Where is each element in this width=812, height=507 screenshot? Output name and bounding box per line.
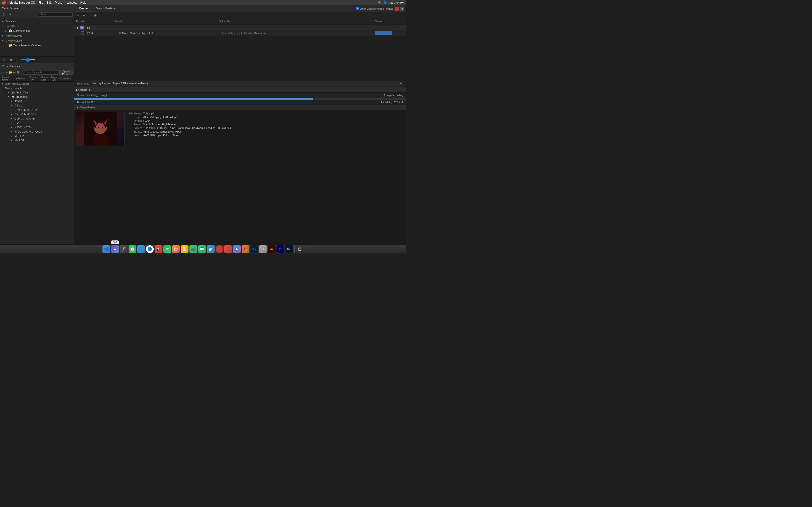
col-frame-size[interactable]: Frame Size: [30, 76, 41, 81]
tree-local-drives[interactable]: ▼ Local Drives: [0, 24, 74, 29]
dock-facetime[interactable]: 📹: [190, 245, 197, 253]
move-up-queue-button[interactable]: ↑: [87, 13, 92, 18]
apply-preset-button[interactable]: Apply Preset: [59, 70, 72, 75]
dock-music[interactable]: 🎵: [224, 245, 232, 253]
preset-gopro[interactable]: ▶ GoPro CineForm: [0, 116, 74, 121]
user-presets-section[interactable]: ▶ User Presets & Groups: [0, 81, 74, 86]
dock-cancel[interactable]: 🚫: [215, 245, 223, 253]
spotlight-icon[interactable]: 🔍: [378, 1, 382, 4]
dock-system-prefs[interactable]: ⚙: [259, 245, 267, 253]
preset-dnxhr[interactable]: ▶ DNxHR MXF OP1a: [0, 112, 74, 116]
dock-launchpad[interactable]: 🚀: [120, 245, 128, 253]
queue-group-header[interactable]: ▼ Pr Title: [74, 25, 406, 31]
as10-label: AS-10: [14, 100, 22, 103]
refresh-button[interactable]: ↻: [7, 12, 12, 17]
filter-button[interactable]: ⬡: [1, 12, 6, 17]
preset-browser-menu-icon[interactable]: ≡: [21, 65, 23, 68]
dnxhd-label: DNxHD MXF OP1a: [14, 108, 38, 111]
media-search-input[interactable]: [39, 12, 72, 17]
dock-chrome[interactable]: 🔵: [146, 245, 154, 253]
dock-iphoto[interactable]: 📷: [155, 245, 162, 253]
preset-mpeg2[interactable]: ▶ MPEG2: [0, 134, 74, 138]
preset-broadcast[interactable]: ▼ 📡 Broadcast: [0, 95, 74, 99]
queue-item[interactable]: H.264 Match Source - High bitrate /Users…: [74, 31, 406, 36]
pause-encode-button[interactable]: ⏸: [400, 7, 404, 11]
tree-team-projects[interactable]: 📁 Team Projects Versions: [0, 43, 74, 48]
dock-photos[interactable]: 🌸: [172, 245, 180, 253]
encoding-menu-icon[interactable]: ≡: [89, 89, 90, 91]
tree-creative-cloud[interactable]: ▶ Creative Cloud: [0, 38, 74, 43]
stop-encode-button[interactable]: [395, 7, 399, 11]
apple-menu[interactable]: 🍎: [2, 1, 6, 5]
system-presets-section[interactable]: ▼ System Presets: [0, 86, 74, 90]
media-browser-menu-icon[interactable]: ≡: [21, 7, 22, 10]
menu-help[interactable]: Help: [80, 1, 86, 4]
col-comment[interactable]: Comment: [60, 77, 72, 80]
item-checkbox[interactable]: [81, 32, 84, 35]
group-title: Title: [85, 26, 90, 29]
encoding-header: Encoding ≡: [74, 87, 406, 93]
h264-label: H.264: [14, 121, 21, 124]
preset-jpeg2000[interactable]: ▶ JPEG 2000 MXF OP1a: [0, 129, 74, 134]
menu-file[interactable]: File: [39, 1, 43, 4]
encoding-progress-fill: [74, 98, 313, 100]
dock-notes[interactable]: 📝: [181, 245, 189, 253]
col-format[interactable]: Format: [18, 77, 30, 80]
dock-books[interactable]: 📚: [242, 245, 249, 253]
control-center-icon[interactable]: 🔵: [384, 1, 387, 4]
preset-dnxhd[interactable]: ▶ DNxHD MXF OP1a: [0, 108, 74, 112]
preset-search-input[interactable]: [24, 70, 58, 74]
col-target-rate[interactable]: Target Rate: [51, 76, 60, 81]
col-preset-name[interactable]: Preset Name ▲: [2, 76, 18, 81]
preset-audio-only[interactable]: ▶ 🔊 Audio Only: [0, 90, 74, 95]
tree-favorites[interactable]: ▶ Favorites: [0, 19, 74, 24]
preset-as10[interactable]: ▶ AS-10: [0, 99, 74, 103]
dock-media-encoder[interactable]: Me: [285, 245, 293, 253]
tree-macintosh-hd[interactable]: ▶ 💿 Macintosh HD: [0, 29, 74, 33]
preset-h264[interactable]: ▶ H.264: [0, 121, 74, 125]
remove-queue-item-button[interactable]: −: [82, 13, 86, 18]
queue-tab-menu-icon[interactable]: ≡: [89, 7, 91, 10]
hard-drive-icon: 💿: [9, 29, 12, 33]
menu-preset[interactable]: Preset: [55, 1, 63, 4]
import-preset-button[interactable]: ↓: [20, 70, 23, 75]
dock-illustrator[interactable]: Ai: [268, 245, 275, 253]
folder-preset-button[interactable]: 📂: [9, 70, 12, 75]
renderer-select[interactable]: Mercury Playback Engine GPU Acceleration…: [91, 81, 403, 86]
edit-preset-button[interactable]: ✏: [13, 70, 16, 75]
dock-finder[interactable]: 🔵: [102, 245, 110, 253]
tree-network-drives[interactable]: ▶ Network Drives: [0, 33, 74, 38]
watch-folders-tab[interactable]: Watch Folders: [94, 5, 118, 12]
duplicate-queue-button[interactable]: ⊞: [93, 13, 98, 18]
add-preset-button[interactable]: +: [1, 70, 4, 75]
preset-hevc[interactable]: ▶ HEVC (H.265): [0, 125, 74, 129]
preview-details: File Name: Title.mp4 Path: /Users/shaype…: [128, 112, 404, 242]
dock-premiere[interactable]: Pr: [276, 245, 284, 253]
dock-ps[interactable]: Ps: [250, 245, 258, 253]
menu-edit[interactable]: Edit: [46, 1, 51, 4]
preset-mxf[interactable]: ▶ MXF OP...: [0, 138, 74, 143]
dock-safari1[interactable]: 🧭: [129, 245, 136, 253]
menu-window[interactable]: Window: [67, 1, 77, 4]
dock-trash[interactable]: 🗑: [296, 245, 304, 253]
renderer-value: Mercury Playback Engine GPU Acceleration…: [93, 82, 148, 85]
thumbnail-size-slider[interactable]: [21, 59, 35, 60]
dock-siri[interactable]: ● Siri: [111, 245, 119, 253]
add-queue-item-button[interactable]: +: [75, 13, 81, 18]
dock-files[interactable]: 📁: [207, 245, 215, 253]
dock: 🔵 ● Siri 🚀 🧭 🌐 🔵 📷 🗺 🌸 📝 📹 💬 📁 🚫 🎵: [0, 244, 406, 253]
remove-preset-button[interactable]: −: [5, 70, 8, 75]
queue-tab[interactable]: Queue ≡: [76, 5, 94, 12]
output-preview-header[interactable]: ▼ Output Preview: [74, 105, 406, 110]
dock-messages[interactable]: 💬: [198, 245, 206, 253]
grid-view-button[interactable]: ▦: [8, 57, 13, 62]
icon-view-button[interactable]: ◎: [14, 57, 19, 62]
dock-maps[interactable]: 🗺: [163, 245, 171, 253]
auto-encode-checkbox[interactable]: [356, 7, 359, 10]
dock-appstore[interactable]: A: [233, 245, 241, 253]
dock-safari2[interactable]: 🌐: [137, 245, 145, 253]
list-view-button[interactable]: ☰: [2, 57, 7, 62]
preset-as11[interactable]: ▶ AS-11: [0, 103, 74, 108]
group-preset-button[interactable]: ⊞: [17, 70, 19, 75]
col-frame-rate[interactable]: Frame Rate: [41, 76, 51, 81]
